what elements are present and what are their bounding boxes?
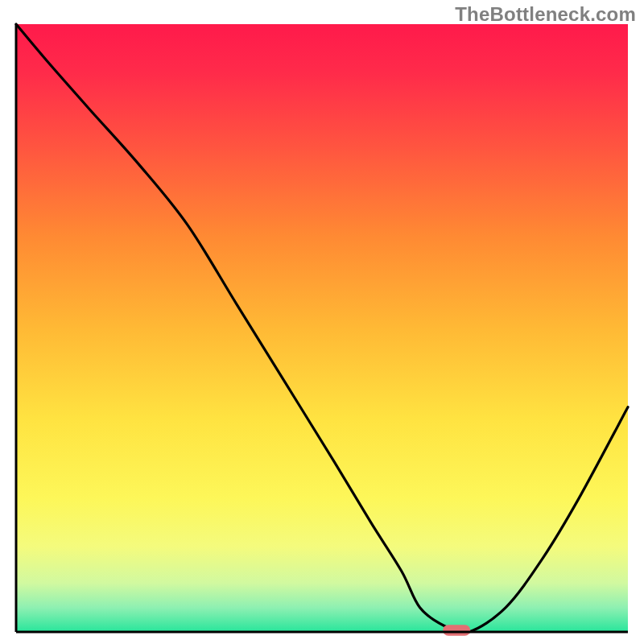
watermark-text: TheBottleneck.com [455, 3, 636, 26]
plot-background [16, 24, 628, 632]
bottleneck-chart [0, 0, 644, 644]
optimal-marker [443, 625, 470, 636]
